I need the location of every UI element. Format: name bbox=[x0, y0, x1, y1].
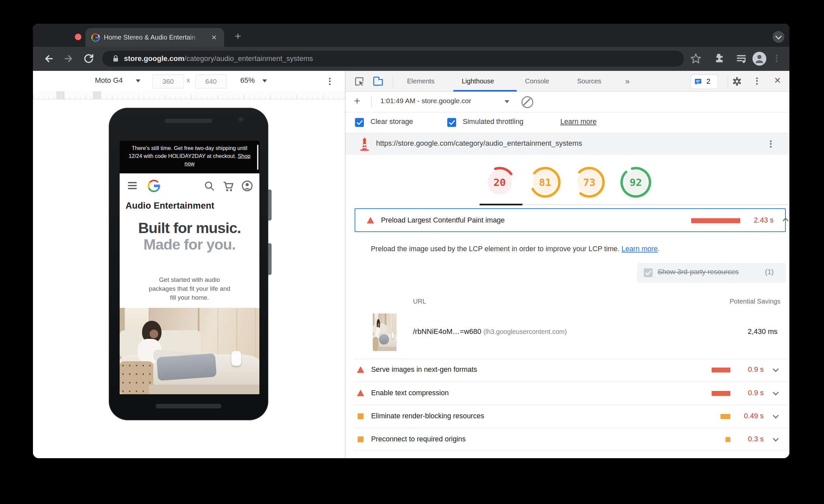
expand-chevron-icon[interactable] bbox=[772, 412, 779, 418]
seo-gauge[interactable]: 92 bbox=[620, 167, 652, 198]
issues-chat-icon bbox=[694, 78, 702, 86]
devtools-close-icon[interactable]: ✕ bbox=[774, 76, 781, 86]
devtools-pane: Elements Lighthouse Console Sources » 2 bbox=[345, 71, 790, 458]
tab-search-button[interactable] bbox=[772, 31, 785, 43]
fail-triangle-icon bbox=[357, 390, 364, 396]
ruler-corner-block bbox=[57, 91, 64, 99]
viewport-height-input[interactable]: 640 bbox=[195, 75, 227, 88]
issues-button[interactable]: 2 bbox=[691, 75, 718, 89]
new-report-button[interactable]: + bbox=[354, 95, 360, 107]
tab-close-icon[interactable]: ✕ bbox=[211, 34, 217, 41]
bookmark-star-icon[interactable] bbox=[690, 53, 702, 65]
reload-icon[interactable] bbox=[83, 53, 95, 65]
report-select[interactable]: 1:01:49 AM - store.google.cor bbox=[380, 97, 471, 105]
throttling-learn-more-link[interactable]: Learn more bbox=[560, 118, 597, 126]
divider bbox=[393, 76, 393, 87]
browser-menu-kebab-icon[interactable] bbox=[775, 54, 778, 63]
tab-strip: Home Stereo & Audio Entertain ✕ + bbox=[33, 24, 790, 47]
tab-console[interactable]: Console bbox=[525, 71, 549, 92]
devtools-menu-kebab-icon[interactable] bbox=[755, 76, 758, 86]
best-practices-gauge[interactable]: 73 bbox=[574, 167, 605, 198]
fail-triangle-icon bbox=[357, 366, 364, 373]
tab-sources[interactable]: Sources bbox=[577, 71, 601, 92]
viewport-width-input[interactable]: 360 bbox=[152, 75, 184, 88]
score-gauges-row: 20 81 73 92 bbox=[345, 155, 790, 206]
resource-savings: 2,430 ms bbox=[679, 327, 778, 336]
clear-reports-icon[interactable] bbox=[521, 96, 533, 108]
hero-subtitle: Get started with audio packages that fit… bbox=[137, 275, 242, 302]
divider bbox=[372, 96, 372, 108]
media-controls-icon[interactable] bbox=[735, 53, 747, 65]
hero-heading: Built for music. Made for you. bbox=[133, 220, 245, 253]
audit-description: Preload the image used by the LCP elemen… bbox=[371, 245, 659, 253]
hamburger-menu-icon[interactable] bbox=[128, 182, 137, 191]
expand-chevron-icon[interactable] bbox=[772, 435, 779, 441]
browser-window: Home Stereo & Audio Entertain ✕ + store.… bbox=[33, 24, 790, 458]
divider bbox=[522, 204, 788, 205]
savings-bar bbox=[691, 218, 740, 223]
savings-value: 2.43 s bbox=[741, 216, 774, 224]
more-tabs-button[interactable]: » bbox=[625, 71, 629, 92]
inspect-element-icon[interactable] bbox=[354, 76, 365, 87]
new-tab-button[interactable]: + bbox=[235, 31, 241, 41]
cart-icon[interactable] bbox=[222, 180, 234, 193]
savings-bar bbox=[721, 414, 730, 419]
savings-bar bbox=[712, 368, 730, 373]
column-header-url: URL bbox=[413, 298, 426, 305]
divider bbox=[354, 382, 788, 382]
throttling-checkbox[interactable] bbox=[447, 118, 456, 127]
browser-tab[interactable]: Home Stereo & Audio Entertain ✕ bbox=[85, 28, 224, 47]
collapse-chevron-icon[interactable] bbox=[783, 218, 789, 223]
back-icon[interactable] bbox=[43, 53, 55, 65]
settings-gear-icon[interactable] bbox=[732, 76, 742, 87]
forward-icon[interactable] bbox=[63, 53, 75, 65]
column-header-savings: Potential Savings bbox=[682, 298, 781, 305]
expand-chevron-icon[interactable] bbox=[772, 366, 779, 372]
zoom-select-caret-icon bbox=[263, 80, 267, 82]
close-window-button[interactable] bbox=[75, 34, 81, 40]
audit-row-preload-lcp[interactable]: Preload Largest Contentful Paint image 2… bbox=[355, 208, 786, 232]
tab-lighthouse[interactable]: Lighthouse bbox=[462, 71, 494, 92]
ruler-corner-block bbox=[93, 91, 101, 99]
device-toolbar-toggle-icon[interactable] bbox=[373, 76, 384, 87]
phone-volume-button bbox=[268, 243, 272, 275]
profile-avatar[interactable] bbox=[752, 52, 766, 66]
device-emulation-pane: Moto G4 360 x 640 65% There's still time… bbox=[33, 71, 345, 458]
device-select[interactable]: Moto G4 bbox=[95, 76, 123, 85]
google-logo-icon[interactable] bbox=[148, 180, 160, 192]
device-toolbar-kebab-icon[interactable] bbox=[328, 77, 331, 86]
tab-title: Home Stereo & Audio Entertain bbox=[104, 34, 203, 41]
phone-speaker bbox=[156, 404, 221, 408]
resource-url: /rbNNiE4oM…=w680 (lh3.googleusercontent.… bbox=[413, 327, 567, 336]
search-icon[interactable] bbox=[203, 180, 215, 192]
fail-triangle-icon bbox=[367, 217, 374, 223]
chevron-down-icon bbox=[775, 33, 782, 39]
tab-elements[interactable]: Elements bbox=[407, 71, 434, 92]
url-text: store.google.com/category/audio_entertai… bbox=[124, 55, 313, 63]
extensions-puzzle-icon[interactable] bbox=[713, 53, 725, 65]
average-square-icon bbox=[357, 436, 364, 442]
clear-storage-checkbox[interactable] bbox=[355, 118, 364, 127]
third-party-count: (1) bbox=[765, 268, 774, 276]
account-icon[interactable] bbox=[241, 180, 253, 192]
zoom-select[interactable]: 65% bbox=[240, 76, 255, 85]
device-select-caret-icon bbox=[136, 80, 140, 82]
third-party-filter: Show 3rd-party resources (1) bbox=[637, 263, 786, 283]
third-party-checkbox[interactable] bbox=[644, 268, 652, 277]
address-bar[interactable]: store.google.com/category/audio_entertai… bbox=[102, 51, 684, 67]
average-square-icon bbox=[357, 413, 364, 419]
accessibility-gauge[interactable]: 81 bbox=[529, 167, 561, 198]
divider bbox=[728, 76, 728, 87]
performance-gauge[interactable]: 20 bbox=[484, 167, 515, 198]
page-scrollbar[interactable] bbox=[257, 145, 259, 170]
phone-power-button bbox=[268, 190, 272, 220]
device-ruler bbox=[33, 91, 345, 100]
expand-chevron-icon[interactable] bbox=[772, 389, 779, 395]
audited-url: https://store.google.com/category/audio_… bbox=[376, 139, 582, 148]
clear-storage-label: Clear storage bbox=[371, 118, 413, 126]
report-kebab-icon[interactable] bbox=[769, 139, 772, 149]
audit-learn-more-link[interactable]: Learn more bbox=[621, 245, 657, 253]
promo-text: There's still time. Get free two-day shi… bbox=[128, 145, 247, 159]
devtools-tabbar: Elements Lighthouse Console Sources » 2 bbox=[345, 71, 790, 92]
hero-photo bbox=[120, 308, 260, 394]
